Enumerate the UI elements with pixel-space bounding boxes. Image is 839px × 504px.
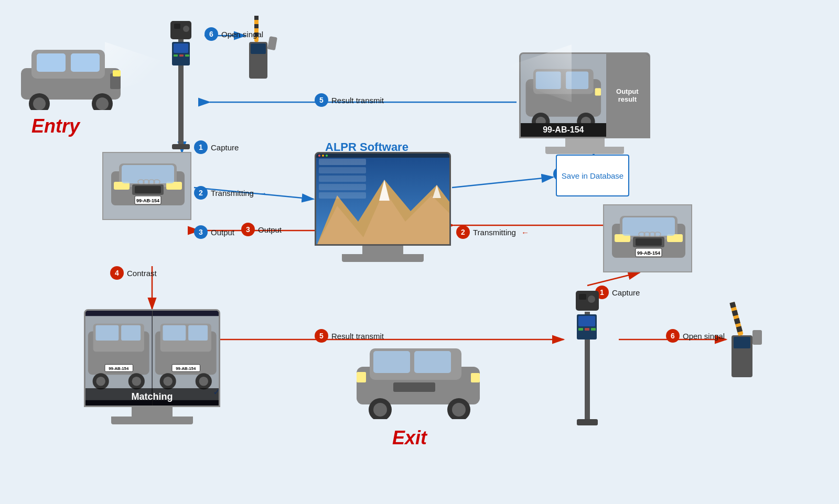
svg-rect-140 [591,328,596,331]
step-5-top-badge: 5 [315,93,328,107]
svg-rect-37 [185,54,189,57]
step-3-entry-badge: 3 [194,225,208,239]
svg-rect-130 [393,382,435,392]
exit-barrier [729,299,766,393]
exit-pole [572,286,603,427]
entry-barrier [246,10,278,89]
step-6-exit-label: 6 Open singal [666,329,725,343]
svg-point-21 [33,97,46,110]
svg-rect-132 [577,419,598,425]
svg-line-9 [452,177,553,188]
svg-line-16 [587,272,640,286]
svg-rect-44 [267,36,277,50]
svg-rect-64 [319,159,366,165]
step-3-exit-label: 3 Output [241,223,282,236]
svg-rect-148 [752,330,762,345]
svg-rect-128 [357,372,366,382]
step-2-exit-badge: 2 [456,225,470,239]
matching-monitor: 99-AB-154 99-AB-15 [84,309,220,424]
svg-point-114 [199,377,208,386]
svg-rect-29 [172,144,190,149]
svg-rect-34 [174,43,188,53]
svg-point-123 [373,403,387,417]
svg-rect-67 [319,184,366,190]
svg-rect-54 [122,165,174,183]
step-3-exit-badge: 3 [241,223,255,236]
svg-point-71 [322,155,324,157]
svg-point-112 [163,377,173,386]
svg-rect-115 [163,325,186,341]
step-6-exit-badge: 6 [666,329,680,343]
svg-rect-36 [179,54,184,57]
svg-rect-105 [121,325,141,341]
svg-rect-68 [319,192,366,199]
svg-rect-126 [373,351,410,373]
car-capture-exit: 99-AB-154 [603,204,692,272]
svg-rect-92 [622,217,675,236]
svg-text:99-AB-154: 99-AB-154 [109,366,129,371]
step-2-exit-label: 2 Transmitting ← [456,225,529,239]
matching-label: Matching [85,388,219,406]
alpr-monitor [315,152,451,262]
svg-rect-24 [37,53,66,72]
step-4-contrast-badge: 4 [110,266,124,280]
svg-rect-134 [579,294,586,300]
svg-point-70 [318,155,320,157]
step-6-top-badge: 6 [205,27,218,41]
step-1-entry-badge: 1 [194,140,208,154]
svg-rect-27 [113,70,121,76]
exit-car [346,320,493,419]
step-4-contrast-label: 4 Contrast [110,266,157,280]
svg-rect-139 [585,328,589,331]
step-5-bottom-badge: 5 [315,329,328,343]
svg-rect-49 [135,186,161,193]
svg-rect-82 [595,88,601,95]
svg-text:99-AB-154: 99-AB-154 [136,198,159,203]
svg-text:99-AB-154: 99-AB-154 [176,366,196,371]
entry-label: Entry [31,115,80,137]
svg-rect-41 [254,16,259,20]
car-capture-entry: 99-AB-154 [102,152,191,220]
svg-rect-35 [174,54,178,57]
svg-rect-142 [734,337,750,348]
save-db-box: Save in Database [556,155,629,196]
entry-car [10,26,131,110]
svg-rect-25 [71,53,100,72]
svg-point-23 [96,97,109,110]
step-2-entry-badge: 2 [194,186,208,200]
svg-rect-39 [251,43,266,54]
svg-point-125 [452,403,466,417]
svg-text:99-AB-154: 99-AB-154 [637,250,660,256]
step-2-entry-label: 2 Transmitting → [194,186,267,200]
step-5-top-label: 5 Result transmit [315,93,384,107]
svg-point-135 [588,295,595,303]
svg-rect-137 [578,316,595,326]
entry-pole [168,16,194,152]
output-plate: 99-AB-154 [521,123,606,137]
svg-point-103 [132,377,142,386]
exit-label: Exit [392,427,427,449]
svg-rect-65 [319,167,366,173]
svg-point-101 [96,377,105,386]
svg-point-32 [183,26,189,32]
svg-rect-116 [188,325,208,341]
step-1-entry-label: 1 Capture [194,140,239,154]
svg-rect-66 [319,176,366,182]
svg-rect-31 [174,24,180,29]
svg-rect-127 [414,351,451,373]
svg-rect-87 [636,238,662,246]
svg-rect-138 [578,328,583,331]
svg-point-72 [326,155,328,157]
svg-rect-104 [95,325,119,341]
svg-rect-133 [576,291,599,311]
svg-rect-69 [316,154,449,158]
step-6-top-label: 6 Open singal [205,27,263,41]
output-result-panel: Output result [606,54,649,137]
svg-rect-129 [471,373,480,382]
step-3-entry-label: 3 Output [194,225,234,239]
diagram-container: Entry [0,0,839,504]
